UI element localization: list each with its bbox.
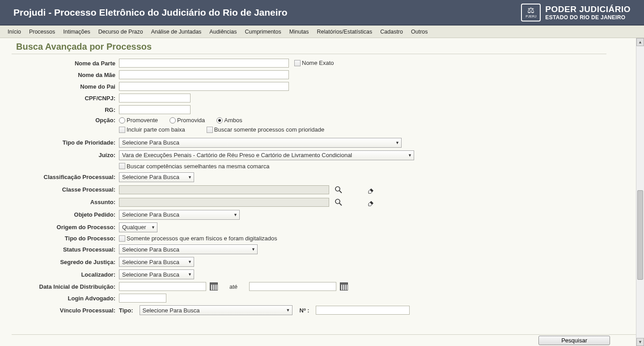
caret-down-icon: ▼ (233, 213, 237, 217)
caret-down-icon: ▼ (286, 308, 290, 312)
caret-down-icon: ▼ (188, 175, 192, 179)
vinculo-tipo-value: Selecione Para Busca (143, 307, 200, 314)
scroll-thumb[interactable] (637, 190, 643, 280)
buscar-competencias-label: Buscar competências semelhantes na mesma… (127, 163, 269, 170)
radio-ambos[interactable] (216, 117, 223, 124)
caret-down-icon: ▼ (151, 225, 155, 230)
svg-point-4 (335, 199, 340, 204)
assunto-clear-button[interactable] (365, 197, 377, 207)
label-classe-processual: Classe Processual: (16, 186, 119, 193)
menu-audiencias[interactable]: Audiências (206, 27, 240, 37)
menu-inicio[interactable]: Início (4, 27, 24, 37)
label-objeto-pedido: Objeto Pedido: (16, 211, 119, 218)
menu-cumprimentos[interactable]: Cumprimentos (242, 27, 284, 37)
content-area: Busca Avançada por Processos Nome da Par… (0, 38, 636, 346)
label-vinculo-processual: Vínculo Processual: (16, 307, 119, 314)
label-nome-mae: Nome da Mãe (16, 72, 119, 78)
radio-ambos-label: Ambos (224, 117, 242, 124)
data-inicial-from-input[interactable] (119, 282, 206, 291)
logo-pjerj: ⚖ PJERJ (521, 4, 541, 21)
localizador-value: Selecione Para Busca (122, 271, 179, 278)
segredo-justica-select[interactable]: Selecione Para Busca ▼ (119, 257, 194, 267)
assunto-input[interactable] (119, 198, 329, 207)
footer-bar: Pesquisar (12, 334, 636, 346)
scales-icon: ⚖ (527, 6, 534, 14)
label-rg: RG: (16, 107, 119, 113)
segredo-justica-value: Selecione Para Busca (122, 259, 179, 265)
nome-parte-input[interactable] (119, 59, 289, 68)
tipo-prioridade-value: Selecione Para Busca (122, 139, 179, 146)
radio-promovida-label: Promovida (177, 117, 205, 124)
vinculo-tipo-select[interactable]: Selecione Para Busca ▼ (140, 305, 292, 315)
menu-minutas[interactable]: Minutas (286, 27, 312, 37)
label-no-sub: Nº : (300, 307, 309, 314)
nome-pai-input[interactable] (119, 82, 289, 91)
scroll-down-icon[interactable]: ▼ (636, 338, 644, 346)
logo-small-text: PJERJ (525, 14, 536, 18)
objeto-pedido-value: Selecione Para Busca (122, 211, 179, 218)
header-right-text: PODER JUDICIÁRIO ESTADO DO RIO DE JANEIR… (545, 4, 631, 21)
label-ate: até (221, 283, 246, 290)
class-processual-select[interactable]: Selecione Para Busca ▼ (119, 172, 194, 182)
status-processual-select[interactable]: Selecione Para Busca ▼ (119, 244, 258, 254)
title-divider (12, 54, 606, 54)
incluir-baixa-checkbox[interactable] (119, 127, 125, 133)
svg-line-1 (339, 191, 342, 193)
origem-processo-select[interactable]: Qualquer ▼ (119, 222, 157, 232)
label-opcao: Opção: (16, 117, 119, 124)
menu-outros[interactable]: Outros (408, 27, 431, 37)
caret-down-icon: ▼ (188, 260, 192, 264)
label-class-processual: Classificação Processual: (16, 174, 119, 180)
objeto-pedido-select[interactable]: Selecione Para Busca ▼ (119, 210, 240, 220)
menu-analise[interactable]: Análise de Juntadas (148, 27, 205, 37)
radio-promovida[interactable] (169, 117, 176, 124)
classe-processual-input[interactable] (119, 185, 329, 194)
buscar-prioridade-checkbox[interactable] (207, 127, 213, 133)
menu-processos[interactable]: Processos (26, 27, 58, 37)
tipo-prioridade-select[interactable]: Selecione Para Busca ▼ (119, 138, 402, 148)
classe-search-button[interactable] (333, 185, 344, 195)
calendar-icon-to[interactable] (340, 282, 348, 290)
classe-clear-button[interactable] (365, 185, 377, 195)
cpf-cnpj-input[interactable] (119, 94, 191, 103)
localizador-select[interactable]: Selecione Para Busca ▼ (119, 269, 194, 279)
menu-decurso[interactable]: Decurso de Prazo (95, 27, 146, 37)
caret-down-icon: ▼ (188, 272, 192, 277)
somente-fisicos-checkbox[interactable] (119, 235, 125, 242)
label-juizo: Juízo: (16, 152, 119, 158)
buscar-competencias-checkbox[interactable] (119, 163, 125, 169)
vinculo-no-input[interactable] (316, 306, 410, 315)
nome-mae-input[interactable] (119, 70, 289, 79)
header-right: ⚖ PJERJ PODER JUDICIÁRIO ESTADO DO RIO D… (521, 4, 631, 21)
login-advogado-input[interactable] (119, 294, 166, 303)
label-cpf-cnpj: CPF/CNPJ: (16, 95, 119, 102)
label-nome-parte: Nome da Parte (16, 60, 119, 67)
menu-intimacoes[interactable]: Intimações (60, 27, 93, 37)
juizo-select[interactable]: Vara de Execuções Penais - Cartório de R… (119, 150, 414, 160)
radio-promovente[interactable] (119, 117, 125, 124)
assunto-search-button[interactable] (333, 197, 344, 207)
label-login-advogado: Login Advogado: (16, 295, 119, 302)
label-assunto: Assunto: (16, 199, 119, 205)
juizo-value: Vara de Execuções Penais - Cartório de R… (122, 152, 352, 158)
rg-input[interactable] (119, 105, 191, 114)
scroll-up-icon[interactable]: ▲ (636, 38, 644, 46)
radio-promovente-label: Promovente (127, 117, 158, 124)
status-processual-value: Selecione Para Busca (122, 246, 179, 253)
nome-exato-checkbox[interactable] (294, 60, 301, 66)
calendar-icon-from[interactable] (210, 282, 218, 290)
main-menu: Início Processos Intimações Decurso de P… (0, 26, 644, 38)
vertical-scrollbar[interactable]: ▲ ▼ (636, 38, 644, 346)
caret-down-icon: ▼ (408, 153, 412, 158)
menu-relatorios[interactable]: Relatórios/Estatísticas (314, 27, 376, 37)
menu-cadastro[interactable]: Cadastro (377, 27, 406, 37)
pesquisar-button[interactable]: Pesquisar (538, 336, 610, 345)
svg-point-0 (335, 187, 340, 191)
data-inicial-to-input[interactable] (249, 282, 336, 291)
label-origem-processo: Origem do Processo: (16, 224, 119, 231)
svg-line-5 (339, 203, 342, 205)
page-title: Busca Avançada por Processos (16, 42, 636, 52)
caret-down-icon: ▼ (251, 247, 255, 252)
caret-down-icon: ▼ (395, 141, 399, 145)
somente-fisicos-label: Somente processos que eram físicos e for… (127, 235, 277, 242)
